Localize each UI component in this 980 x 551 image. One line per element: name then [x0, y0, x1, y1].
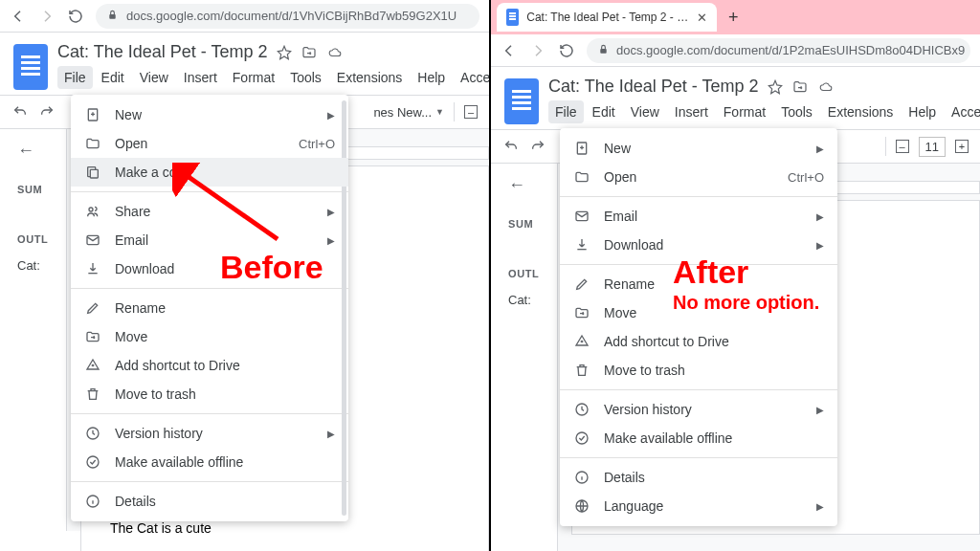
- menu-format[interactable]: Format: [717, 100, 772, 123]
- menu-format[interactable]: Format: [226, 66, 281, 89]
- menu-help[interactable]: Help: [411, 66, 452, 89]
- back-icon[interactable]: [10, 8, 27, 25]
- menu-item-new[interactable]: New▶: [71, 100, 348, 129]
- menu-extensions[interactable]: Extensions: [821, 100, 900, 123]
- menu-file[interactable]: File: [57, 66, 93, 89]
- menu-edit[interactable]: Edit: [586, 100, 622, 123]
- document-title[interactable]: Cat: The Ideal Pet - Temp 2: [57, 42, 267, 62]
- globe-icon: [573, 497, 590, 515]
- menu-insert[interactable]: Insert: [177, 66, 224, 89]
- url-bar[interactable]: docs.google.com/document/d/1VhViCBijRhBd…: [96, 4, 479, 29]
- menu-accessibility[interactable]: Accessi: [945, 100, 980, 123]
- browser-tab[interactable]: Cat: The Ideal Pet - Temp 2 - Goo ✕: [497, 3, 717, 32]
- forward-icon[interactable]: [38, 8, 56, 25]
- menu-item-add-shortcut[interactable]: Add shortcut to Drive: [560, 327, 837, 356]
- docs-logo-icon[interactable]: [504, 78, 539, 124]
- menu-item-details[interactable]: Details: [71, 487, 348, 516]
- move-icon: [84, 328, 101, 345]
- star-icon[interactable]: [768, 79, 783, 95]
- outline-entry[interactable]: Cat:: [17, 258, 66, 273]
- menu-help[interactable]: Help: [902, 100, 943, 123]
- svg-point-13: [576, 432, 588, 444]
- browser-tabbar: Cat: The Ideal Pet - Temp 2 - Goo ✕ +: [491, 0, 980, 34]
- collapse-sidebar-icon[interactable]: ←: [508, 175, 557, 195]
- menu-view[interactable]: View: [624, 100, 666, 123]
- menu-accessibility[interactable]: Acce: [454, 66, 489, 89]
- new-tab-button[interactable]: +: [723, 8, 745, 28]
- font-size-plus[interactable]: +: [955, 140, 969, 153]
- menu-insert[interactable]: Insert: [668, 100, 715, 123]
- menu-separator: [560, 457, 837, 458]
- drive-shortcut-icon: [573, 333, 590, 350]
- submenu-arrow-icon: ▶: [816, 501, 824, 512]
- info-icon: [84, 493, 101, 510]
- menu-item-version-history[interactable]: Version history▶: [560, 395, 837, 424]
- menu-file[interactable]: File: [548, 100, 584, 123]
- pencil-icon: [573, 276, 590, 293]
- collapse-sidebar-icon[interactable]: ←: [17, 141, 66, 161]
- file-plus-icon: [573, 140, 590, 157]
- menu-edit[interactable]: Edit: [95, 66, 131, 89]
- submenu-arrow-icon: ▶: [816, 240, 824, 251]
- submenu-arrow-icon: ▶: [327, 207, 335, 217]
- doc-header: Cat: The Ideal Pet - Temp 2 File Edit Vi…: [491, 67, 980, 125]
- reload-icon[interactable]: [67, 8, 84, 25]
- font-selector[interactable]: nes New...▼: [373, 105, 444, 120]
- font-size-minus[interactable]: –: [464, 105, 478, 119]
- redo-icon[interactable]: [529, 138, 546, 155]
- mail-icon: [573, 208, 590, 225]
- reload-icon[interactable]: [558, 42, 575, 59]
- url-bar[interactable]: docs.google.com/document/d/1P2maEsUIHSDm…: [587, 38, 970, 63]
- pencil-icon: [84, 299, 101, 317]
- undo-icon[interactable]: [502, 138, 520, 155]
- menu-item-add-shortcut[interactable]: Add shortcut to Drive: [71, 351, 348, 380]
- close-icon[interactable]: ✕: [697, 11, 707, 25]
- redo-icon[interactable]: [38, 103, 56, 121]
- font-size-minus[interactable]: –: [896, 140, 909, 153]
- menu-item-trash[interactable]: Move to trash: [560, 356, 837, 385]
- menu-item-open[interactable]: OpenCtrl+O: [71, 129, 348, 158]
- menu-separator: [560, 196, 837, 197]
- move-folder-icon[interactable]: [792, 79, 808, 95]
- file-plus-icon: [84, 106, 101, 123]
- folder-icon: [573, 168, 590, 186]
- outline-sidebar: ← SUM OUTL Cat:: [491, 164, 558, 551]
- star-icon[interactable]: [277, 45, 292, 60]
- menu-item-open[interactable]: OpenCtrl+O: [560, 163, 837, 191]
- menu-item-language[interactable]: Language▶: [560, 492, 837, 520]
- menu-view[interactable]: View: [133, 66, 175, 89]
- menu-item-trash[interactable]: Move to trash: [71, 380, 348, 408]
- menu-extensions[interactable]: Extensions: [330, 66, 409, 89]
- svg-rect-0: [109, 14, 115, 19]
- open-shortcut: Ctrl+O: [788, 170, 824, 185]
- submenu-arrow-icon: ▶: [816, 143, 824, 154]
- undo-icon[interactable]: [11, 103, 29, 121]
- cloud-status-icon[interactable]: [326, 46, 344, 59]
- menu-item-details[interactable]: Details: [560, 463, 837, 492]
- docs-logo-icon[interactable]: [13, 44, 48, 90]
- docs-favicon-icon: [506, 9, 519, 26]
- back-icon[interactable]: [501, 42, 518, 59]
- menu-item-move[interactable]: Move: [71, 322, 348, 351]
- move-folder-icon[interactable]: [301, 45, 317, 60]
- menu-item-new[interactable]: New▶: [560, 134, 837, 163]
- cloud-status-icon[interactable]: [817, 80, 835, 94]
- menu-item-offline[interactable]: Make available offline: [71, 448, 348, 476]
- menu-separator: [71, 481, 348, 482]
- menu-tools[interactable]: Tools: [774, 100, 819, 123]
- document-title[interactable]: Cat: The Ideal Pet - Temp 2: [548, 77, 758, 97]
- forward-icon[interactable]: [529, 42, 546, 59]
- menu-item-version-history[interactable]: Version history▶: [71, 419, 348, 448]
- font-size-value[interactable]: 11: [919, 137, 946, 157]
- menu-tools[interactable]: Tools: [283, 66, 328, 89]
- file-menu-dropdown: New▶ OpenCtrl+O Make a copy Share▶ Email…: [71, 95, 348, 521]
- sidebar-outline-label: OUTL: [17, 233, 66, 245]
- menu-item-rename[interactable]: Rename: [71, 294, 348, 322]
- annotation-arrow: [172, 163, 287, 249]
- menu-item-email[interactable]: Email▶: [560, 202, 837, 231]
- menu-item-offline[interactable]: Make available offline: [560, 424, 837, 452]
- chevron-down-icon: ▼: [435, 107, 444, 117]
- before-pane: docs.google.com/document/d/1VhViCBijRhBd…: [0, 0, 489, 551]
- outline-entry[interactable]: Cat:: [508, 293, 557, 307]
- copy-icon: [84, 164, 101, 181]
